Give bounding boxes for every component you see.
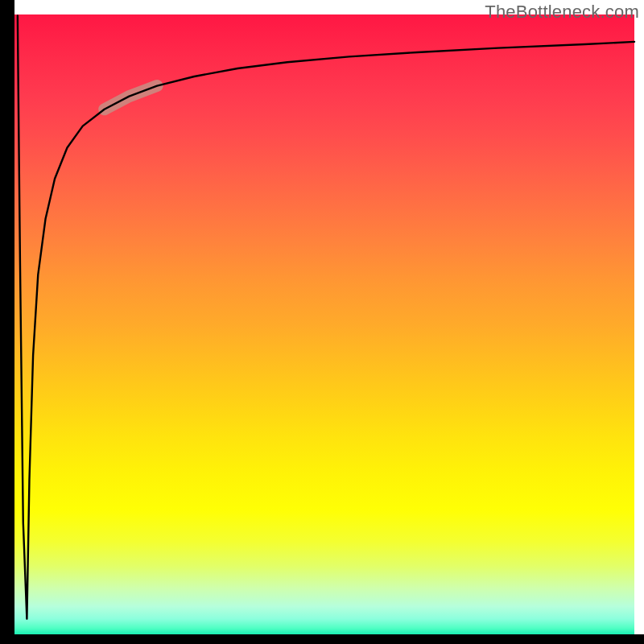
- watermark-text: TheBottleneck.com: [485, 2, 639, 23]
- chart-container: TheBottleneck.com: [0, 0, 644, 644]
- bottleneck-curve: [18, 16, 634, 619]
- x-axis-bar: [0, 634, 644, 644]
- y-axis-bar: [0, 0, 14, 644]
- plot-area: [14, 14, 634, 634]
- curve-layer: [14, 14, 634, 634]
